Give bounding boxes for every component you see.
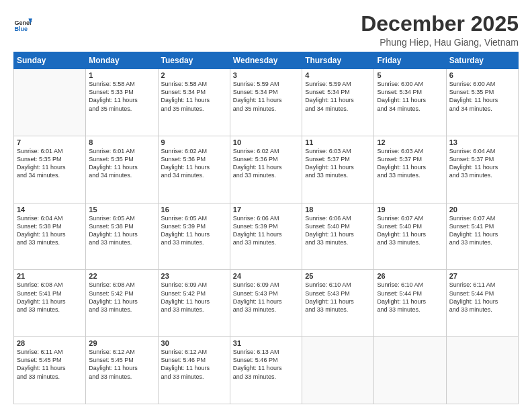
cell-details: Sunrise: 6:07 AM Sunset: 5:41 PM Dayligh… [449, 214, 515, 247]
day-number: 3 [233, 71, 299, 79]
day-number: 27 [449, 272, 515, 280]
cell-details: Sunrise: 6:12 AM Sunset: 5:45 PM Dayligh… [89, 348, 154, 381]
day-number: 4 [305, 71, 371, 79]
cell-details: Sunrise: 5:58 AM Sunset: 5:34 PM Dayligh… [161, 80, 227, 113]
cell-details: Sunrise: 6:12 AM Sunset: 5:46 PM Dayligh… [161, 348, 227, 381]
cell-details: Sunrise: 6:02 AM Sunset: 5:36 PM Dayligh… [233, 147, 299, 180]
day-number: 24 [233, 272, 299, 280]
cell-details: Sunrise: 5:59 AM Sunset: 5:34 PM Dayligh… [305, 80, 371, 113]
cell-details: Sunrise: 6:05 AM Sunset: 5:38 PM Dayligh… [89, 214, 154, 247]
calendar-cell: 24Sunrise: 6:09 AM Sunset: 5:43 PM Dayli… [230, 270, 302, 337]
calendar-cell: 9Sunrise: 6:02 AM Sunset: 5:36 PM Daylig… [158, 136, 230, 203]
calendar-cell: 27Sunrise: 6:11 AM Sunset: 5:44 PM Dayli… [446, 270, 518, 337]
day-number: 30 [161, 339, 227, 347]
calendar-cell: 10Sunrise: 6:02 AM Sunset: 5:36 PM Dayli… [230, 136, 302, 203]
calendar-cell: 30Sunrise: 6:12 AM Sunset: 5:46 PM Dayli… [158, 337, 230, 404]
day-number: 20 [449, 205, 515, 214]
cell-details: Sunrise: 6:06 AM Sunset: 5:40 PM Dayligh… [305, 214, 371, 247]
day-number: 29 [89, 339, 154, 347]
logo: General Blue [13, 15, 35, 34]
calendar-cell: 17Sunrise: 6:06 AM Sunset: 5:39 PM Dayli… [230, 203, 302, 270]
calendar-table: SundayMondayTuesdayWednesdayThursdayFrid… [13, 52, 519, 404]
calendar-cell: 11Sunrise: 6:03 AM Sunset: 5:37 PM Dayli… [302, 136, 374, 203]
cell-details: Sunrise: 5:58 AM Sunset: 5:33 PM Dayligh… [89, 80, 154, 113]
calendar-cell: 21Sunrise: 6:08 AM Sunset: 5:41 PM Dayli… [14, 270, 86, 337]
cell-details: Sunrise: 6:01 AM Sunset: 5:35 PM Dayligh… [89, 147, 154, 180]
cell-details: Sunrise: 6:10 AM Sunset: 5:44 PM Dayligh… [377, 281, 443, 314]
weekday-header-tuesday: Tuesday [158, 52, 230, 69]
calendar-cell: 22Sunrise: 6:08 AM Sunset: 5:42 PM Dayli… [86, 270, 158, 337]
day-number: 17 [233, 205, 299, 214]
weekday-header-friday: Friday [374, 52, 446, 69]
day-number: 18 [305, 205, 371, 214]
page: General Blue December 2025 Phung Hiep, H… [0, 0, 532, 411]
weekday-header-row: SundayMondayTuesdayWednesdayThursdayFrid… [14, 52, 519, 69]
calendar-cell: 19Sunrise: 6:07 AM Sunset: 5:40 PM Dayli… [374, 203, 446, 270]
weekday-header-saturday: Saturday [446, 52, 518, 69]
svg-text:Blue: Blue [14, 26, 28, 32]
cell-details: Sunrise: 6:08 AM Sunset: 5:42 PM Dayligh… [89, 281, 154, 314]
day-number: 13 [449, 138, 515, 146]
calendar-cell: 31Sunrise: 6:13 AM Sunset: 5:46 PM Dayli… [230, 337, 302, 404]
main-title: December 2025 [361, 12, 519, 36]
day-number: 10 [233, 138, 299, 146]
cell-details: Sunrise: 6:10 AM Sunset: 5:43 PM Dayligh… [305, 281, 371, 314]
day-number: 21 [17, 272, 83, 280]
cell-details: Sunrise: 6:08 AM Sunset: 5:41 PM Dayligh… [17, 281, 83, 314]
calendar-cell: 8Sunrise: 6:01 AM Sunset: 5:35 PM Daylig… [86, 136, 158, 203]
calendar-cell: 3Sunrise: 5:59 AM Sunset: 5:34 PM Daylig… [230, 69, 302, 136]
day-number: 11 [305, 138, 371, 146]
logo-icon: General Blue [13, 15, 32, 34]
calendar-cell: 2Sunrise: 5:58 AM Sunset: 5:34 PM Daylig… [158, 69, 230, 136]
cell-details: Sunrise: 6:09 AM Sunset: 5:42 PM Dayligh… [161, 281, 227, 314]
cell-details: Sunrise: 6:00 AM Sunset: 5:34 PM Dayligh… [377, 80, 443, 113]
calendar-cell [302, 337, 374, 404]
cell-details: Sunrise: 6:01 AM Sunset: 5:35 PM Dayligh… [17, 147, 83, 180]
day-number: 14 [17, 205, 83, 214]
day-number: 6 [449, 71, 515, 79]
day-number: 31 [233, 339, 299, 347]
calendar-cell: 13Sunrise: 6:04 AM Sunset: 5:37 PM Dayli… [446, 136, 518, 203]
calendar-week-row: 28Sunrise: 6:11 AM Sunset: 5:45 PM Dayli… [14, 337, 519, 404]
calendar-cell: 23Sunrise: 6:09 AM Sunset: 5:42 PM Dayli… [158, 270, 230, 337]
day-number: 1 [89, 71, 154, 79]
day-number: 15 [89, 205, 154, 214]
cell-details: Sunrise: 6:05 AM Sunset: 5:39 PM Dayligh… [161, 214, 227, 247]
cell-details: Sunrise: 6:02 AM Sunset: 5:36 PM Dayligh… [161, 147, 227, 180]
calendar-cell: 1Sunrise: 5:58 AM Sunset: 5:33 PM Daylig… [86, 69, 158, 136]
day-number: 9 [161, 138, 227, 146]
day-number: 28 [17, 339, 83, 347]
day-number: 8 [89, 138, 154, 146]
day-number: 22 [89, 272, 154, 280]
calendar-week-row: 14Sunrise: 6:04 AM Sunset: 5:38 PM Dayli… [14, 203, 519, 270]
day-number: 26 [377, 272, 443, 280]
cell-details: Sunrise: 6:06 AM Sunset: 5:39 PM Dayligh… [233, 214, 299, 247]
calendar-cell: 26Sunrise: 6:10 AM Sunset: 5:44 PM Dayli… [374, 270, 446, 337]
cell-details: Sunrise: 6:03 AM Sunset: 5:37 PM Dayligh… [377, 147, 443, 180]
calendar-cell: 20Sunrise: 6:07 AM Sunset: 5:41 PM Dayli… [446, 203, 518, 270]
day-number: 25 [305, 272, 371, 280]
cell-details: Sunrise: 6:07 AM Sunset: 5:40 PM Dayligh… [377, 214, 443, 247]
calendar-cell: 6Sunrise: 6:00 AM Sunset: 5:35 PM Daylig… [446, 69, 518, 136]
calendar-week-row: 1Sunrise: 5:58 AM Sunset: 5:33 PM Daylig… [14, 69, 519, 136]
calendar-cell [446, 337, 518, 404]
calendar-week-row: 21Sunrise: 6:08 AM Sunset: 5:41 PM Dayli… [14, 270, 519, 337]
calendar-cell: 28Sunrise: 6:11 AM Sunset: 5:45 PM Dayli… [14, 337, 86, 404]
cell-details: Sunrise: 6:13 AM Sunset: 5:46 PM Dayligh… [233, 348, 299, 381]
calendar-cell: 25Sunrise: 6:10 AM Sunset: 5:43 PM Dayli… [302, 270, 374, 337]
cell-details: Sunrise: 5:59 AM Sunset: 5:34 PM Dayligh… [233, 80, 299, 113]
subtitle: Phung Hiep, Hau Giang, Vietnam [361, 37, 519, 48]
day-number: 19 [377, 205, 443, 214]
day-number: 12 [377, 138, 443, 146]
day-number: 7 [17, 138, 83, 146]
cell-details: Sunrise: 6:11 AM Sunset: 5:45 PM Dayligh… [17, 348, 83, 381]
calendar-week-row: 7Sunrise: 6:01 AM Sunset: 5:35 PM Daylig… [14, 136, 519, 203]
title-block: December 2025 Phung Hiep, Hau Giang, Vie… [361, 12, 519, 48]
day-number: 23 [161, 272, 227, 280]
day-number: 16 [161, 205, 227, 214]
header: General Blue December 2025 Phung Hiep, H… [13, 12, 519, 48]
day-number: 5 [377, 71, 443, 79]
calendar-cell: 12Sunrise: 6:03 AM Sunset: 5:37 PM Dayli… [374, 136, 446, 203]
calendar-cell: 14Sunrise: 6:04 AM Sunset: 5:38 PM Dayli… [14, 203, 86, 270]
cell-details: Sunrise: 6:03 AM Sunset: 5:37 PM Dayligh… [305, 147, 371, 180]
